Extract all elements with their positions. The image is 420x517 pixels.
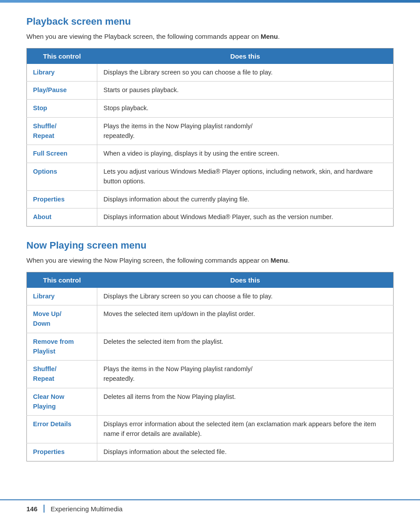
control-description: Displays information about the selected … xyxy=(97,443,394,461)
control-label: Properties xyxy=(27,443,97,461)
control-label: Full Screen xyxy=(27,145,97,163)
table-row: Move Up/ DownMoves the selected item up/… xyxy=(27,305,394,333)
control-description: Displays information about the currently… xyxy=(97,190,394,208)
footer-page-number: 146 xyxy=(26,505,37,513)
control-description: Displays information about Windows Media… xyxy=(97,208,394,227)
footer: 146 Experiencing Multimedia xyxy=(0,499,420,517)
section2-description: When you are viewing the Now Playing scr… xyxy=(26,256,394,266)
table-row: Shuffle/ RepeatPlays the items in the No… xyxy=(27,361,394,388)
table-row: LibraryDisplays the Library screen so yo… xyxy=(27,288,394,305)
control-description: Plays the items in the Now Playing playl… xyxy=(97,117,394,145)
control-description: Stops playback. xyxy=(97,100,394,118)
table-row: Clear Now PlayingDeletes all items from … xyxy=(27,388,394,416)
control-label: Properties xyxy=(27,190,97,208)
table-row: Shuffle/ RepeatPlays the items in the No… xyxy=(27,117,394,145)
control-description: When a video is playing, displays it by … xyxy=(97,145,394,163)
control-label: Options xyxy=(27,163,97,191)
control-label: Shuffle/ Repeat xyxy=(27,117,97,145)
control-label: Library xyxy=(27,288,97,305)
control-label: About xyxy=(27,208,97,227)
control-label: Remove from Playlist xyxy=(27,333,97,361)
section1-desc-bold: Menu xyxy=(261,33,278,40)
control-description: Displays error information about the sel… xyxy=(97,416,394,443)
table-row: Play/PauseStarts or pauses playback. xyxy=(27,82,394,100)
nowplaying-col1-header: This control xyxy=(27,272,97,288)
table-row: Remove from PlaylistDeletes the selected… xyxy=(27,333,394,361)
control-description: Plays the items in the Now Playing playl… xyxy=(97,361,394,388)
playback-table: This control Does this LibraryDisplays t… xyxy=(26,48,394,227)
control-description: Displays the Library screen so you can c… xyxy=(97,288,394,305)
footer-text: Experiencing Multimedia xyxy=(51,505,122,513)
table-row: PropertiesDisplays information about the… xyxy=(27,443,394,461)
control-description: Lets you adjust various Windows Media® P… xyxy=(97,163,394,191)
section2-desc-bold: Menu xyxy=(270,257,287,264)
control-description: Moves the selected item up/down in the p… xyxy=(97,305,394,333)
control-label: Error Details xyxy=(27,416,97,443)
table-row: PropertiesDisplays information about the… xyxy=(27,190,394,208)
table-row: OptionsLets you adjust various Windows M… xyxy=(27,163,394,191)
table-row: Error DetailsDisplays error information … xyxy=(27,416,394,443)
control-description: Deletes all items from the Now Playing p… xyxy=(97,388,394,416)
section1-title: Playback screen menu xyxy=(26,16,394,27)
table-row: Full ScreenWhen a video is playing, disp… xyxy=(27,145,394,163)
control-label: Play/Pause xyxy=(27,82,97,100)
playback-col2-header: Does this xyxy=(97,48,394,64)
control-description: Displays the Library screen so you can c… xyxy=(97,64,394,82)
control-label: Stop xyxy=(27,100,97,118)
control-description: Starts or pauses playback. xyxy=(97,82,394,100)
control-label: Move Up/ Down xyxy=(27,305,97,333)
section1-desc-text2: . xyxy=(278,33,280,40)
control-description: Deletes the selected item from the playl… xyxy=(97,333,394,361)
control-label: Library xyxy=(27,64,97,82)
nowplaying-table: This control Does this LibraryDisplays t… xyxy=(26,272,394,461)
section1-desc-text1: When you are viewing the Playback screen… xyxy=(26,33,261,40)
nowplaying-col2-header: Does this xyxy=(97,272,394,288)
control-label: Shuffle/ Repeat xyxy=(27,361,97,388)
section2-title: Now Playing screen menu xyxy=(26,240,394,251)
table-row: AboutDisplays information about Windows … xyxy=(27,208,394,227)
section2-desc-text1: When you are viewing the Now Playing scr… xyxy=(26,257,270,264)
section2-desc-text2: . xyxy=(288,257,290,264)
control-label: Clear Now Playing xyxy=(27,388,97,416)
playback-col1-header: This control xyxy=(27,48,97,64)
footer-divider xyxy=(44,505,44,513)
section1-description: When you are viewing the Playback screen… xyxy=(26,32,394,42)
table-row: StopStops playback. xyxy=(27,100,394,118)
table-row: LibraryDisplays the Library screen so yo… xyxy=(27,64,394,82)
